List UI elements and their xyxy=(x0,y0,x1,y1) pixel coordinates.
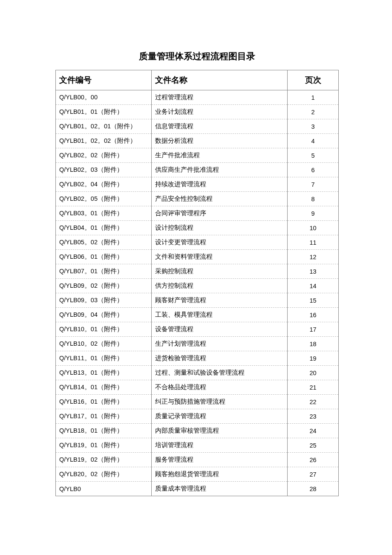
cell-code: Q/YLB01。02。01（附件） xyxy=(56,119,152,134)
table-row: Q/YLB01。02。01（附件）信息管理流程3 xyxy=(56,119,339,134)
cell-code: Q/YLB01。01（附件） xyxy=(56,105,152,119)
cell-code: Q/YLB02。03（附件） xyxy=(56,163,152,177)
cell-name: 过程管理流程 xyxy=(151,90,287,105)
cell-code: Q/YLB03。01（附件） xyxy=(56,206,152,221)
cell-code: Q/YLB19。02（附件） xyxy=(56,453,152,467)
table-row: Q/YLB09。04（附件）工装、模具管理流程16 xyxy=(56,308,339,322)
cell-code: Q/YLB14。01（附件） xyxy=(56,380,152,395)
table-row: Q/YLB03。01（附件）合同评审管理程序9 xyxy=(56,206,339,221)
cell-name: 顾客抱怨退货管理流程 xyxy=(151,467,287,482)
table-row: Q/YLB11。01（附件）进货检验管理流程19 xyxy=(56,351,339,366)
cell-page: 16 xyxy=(288,308,339,322)
cell-page: 18 xyxy=(288,337,339,351)
cell-page: 3 xyxy=(288,119,339,134)
table-row: Q/YLB14。01（附件）不合格品处理流程21 xyxy=(56,380,339,395)
cell-code: Q/YLB02。02（附件） xyxy=(56,148,152,163)
cell-page: 6 xyxy=(288,163,339,177)
cell-page: 28 xyxy=(288,482,339,496)
cell-code: Q/YLB09。03（附件） xyxy=(56,293,152,308)
table-row: Q/YLB01。02。02（附件）数据分析流程4 xyxy=(56,134,339,148)
table-row: Q/YLB18。01（附件）内部质量审核管理流程24 xyxy=(56,424,339,438)
cell-page: 26 xyxy=(288,453,339,467)
cell-name: 产品安全性控制流程 xyxy=(151,192,287,206)
table-row: Q/YLB16。01（附件）纠正与预防措施管理流程22 xyxy=(56,395,339,409)
table-row: Q/YLB07。01（附件）采购控制流程13 xyxy=(56,264,339,279)
cell-name: 质量成本管理流程 xyxy=(151,482,287,496)
cell-name: 生产件批准流程 xyxy=(151,148,287,163)
table-row: Q/YLB20。02（附件）顾客抱怨退货管理流程27 xyxy=(56,467,339,482)
cell-name: 数据分析流程 xyxy=(151,134,287,148)
cell-code: Q/YLB16。01（附件） xyxy=(56,395,152,409)
cell-name: 生产计划管理流程 xyxy=(151,337,287,351)
cell-page: 2 xyxy=(288,105,339,119)
cell-name: 服务管理流程 xyxy=(151,453,287,467)
cell-name: 设备管理流程 xyxy=(151,322,287,337)
cell-code: Q/YLB0 xyxy=(56,482,152,496)
header-page: 页次 xyxy=(288,70,339,90)
cell-name: 顾客财产管理流程 xyxy=(151,293,287,308)
cell-page: 27 xyxy=(288,467,339,482)
cell-code: Q/YLB04。01（附件） xyxy=(56,221,152,235)
cell-code: Q/YLB09。04（附件） xyxy=(56,308,152,322)
table-row: Q/YLB17。01（附件）质量记录管理流程23 xyxy=(56,409,339,424)
cell-code: Q/YLB13。01（附件） xyxy=(56,366,152,380)
cell-code: Q/YLB02。04（附件） xyxy=(56,177,152,192)
cell-name: 纠正与预防措施管理流程 xyxy=(151,395,287,409)
cell-code: Q/YLB02。05（附件） xyxy=(56,192,152,206)
cell-code: Q/YLB06。01（附件） xyxy=(56,250,152,264)
cell-page: 23 xyxy=(288,409,339,424)
cell-code: Q/YLB18。01（附件） xyxy=(56,424,152,438)
cell-name: 采购控制流程 xyxy=(151,264,287,279)
cell-code: Q/YLB17。01（附件） xyxy=(56,409,152,424)
cell-name: 设计控制流程 xyxy=(151,221,287,235)
cell-page: 11 xyxy=(288,235,339,250)
table-row: Q/YLB02。04（附件）持续改进管理流程7 xyxy=(56,177,339,192)
cell-page: 13 xyxy=(288,264,339,279)
cell-page: 8 xyxy=(288,192,339,206)
header-name: 文件名称 xyxy=(151,70,287,90)
cell-page: 9 xyxy=(288,206,339,221)
cell-page: 24 xyxy=(288,424,339,438)
table-row: Q/YLB10。01（附件）设备管理流程17 xyxy=(56,322,339,337)
cell-code: Q/YLB00。00 xyxy=(56,90,152,105)
cell-code: Q/YLB07。01（附件） xyxy=(56,264,152,279)
cell-page: 20 xyxy=(288,366,339,380)
cell-code: Q/YLB09。02（附件） xyxy=(56,279,152,293)
cell-page: 22 xyxy=(288,395,339,409)
cell-name: 培训管理流程 xyxy=(151,438,287,453)
table-row: Q/YLB05。02（附件）设计变更管理流程11 xyxy=(56,235,339,250)
cell-name: 过程、测量和试验设备管理流程 xyxy=(151,366,287,380)
cell-code: Q/YLB20。02（附件） xyxy=(56,467,152,482)
cell-page: 5 xyxy=(288,148,339,163)
cell-page: 4 xyxy=(288,134,339,148)
table-row: Q/YLB06。01（附件）文件和资料管理流程12 xyxy=(56,250,339,264)
table-row: Q/YLB01。01（附件）业务计划流程2 xyxy=(56,105,339,119)
cell-page: 19 xyxy=(288,351,339,366)
table-row: Q/YLB09。02（附件）供方控制流程14 xyxy=(56,279,339,293)
cell-name: 文件和资料管理流程 xyxy=(151,250,287,264)
cell-page: 10 xyxy=(288,221,339,235)
document-page: 质量管理体系过程流程图目录 文件编号 文件名称 页次 Q/YLB00。00过程管… xyxy=(0,0,392,496)
table-header-row: 文件编号 文件名称 页次 xyxy=(56,70,339,90)
cell-page: 12 xyxy=(288,250,339,264)
table-row: Q/YLB13。01（附件）过程、测量和试验设备管理流程20 xyxy=(56,366,339,380)
cell-name: 工装、模具管理流程 xyxy=(151,308,287,322)
cell-code: Q/YLB19。01（附件） xyxy=(56,438,152,453)
table-row: Q/YLB04。01（附件）设计控制流程10 xyxy=(56,221,339,235)
cell-name: 进货检验管理流程 xyxy=(151,351,287,366)
table-row: Q/YLB02。05（附件）产品安全性控制流程8 xyxy=(56,192,339,206)
cell-name: 信息管理流程 xyxy=(151,119,287,134)
table-row: Q/YLB09。03（附件）顾客财产管理流程15 xyxy=(56,293,339,308)
cell-code: Q/YLB10。01（附件） xyxy=(56,322,152,337)
document-title: 质量管理体系过程流程图目录 xyxy=(55,50,339,62)
cell-name: 质量记录管理流程 xyxy=(151,409,287,424)
header-code: 文件编号 xyxy=(56,70,152,90)
table-row: Q/YLB0质量成本管理流程28 xyxy=(56,482,339,496)
toc-table: 文件编号 文件名称 页次 Q/YLB00。00过程管理流程1Q/YLB01。01… xyxy=(55,70,339,496)
cell-name: 业务计划流程 xyxy=(151,105,287,119)
table-body: Q/YLB00。00过程管理流程1Q/YLB01。01（附件）业务计划流程2Q/… xyxy=(56,90,339,496)
cell-name: 内部质量审核管理流程 xyxy=(151,424,287,438)
cell-page: 1 xyxy=(288,90,339,105)
cell-name: 持续改进管理流程 xyxy=(151,177,287,192)
table-row: Q/YLB10。02（附件）生产计划管理流程18 xyxy=(56,337,339,351)
